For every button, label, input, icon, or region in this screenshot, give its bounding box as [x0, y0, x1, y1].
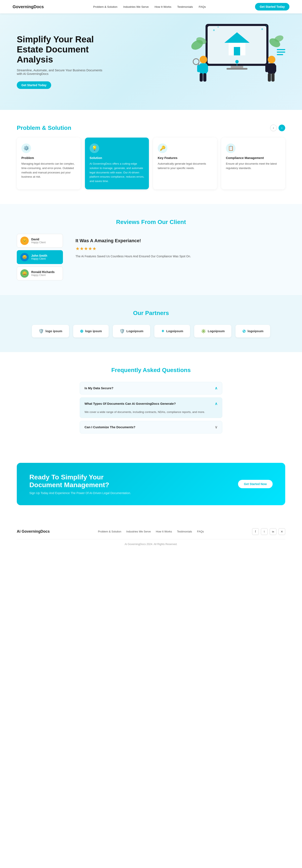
svg-point-30: [213, 29, 215, 31]
compliance-text: Ensure all your documents meet the lates…: [226, 162, 281, 170]
review-stars: ★★★★★: [76, 246, 281, 251]
client-info-ronald: Ronald Richards Happy Client: [31, 270, 55, 277]
features-text: Automatically generate legal documents t…: [158, 162, 212, 170]
client-info-john: John Smith Happy Client: [31, 254, 47, 260]
partner-icon-1: 🛡️: [38, 329, 44, 334]
compliance-card: 📋 Compliance Management Ensure all your …: [221, 137, 285, 189]
solution-title: Solution: [90, 156, 144, 160]
nav-cta-button[interactable]: Get Started Today: [255, 3, 290, 10]
hero-heading: Simplify Your Real Estate Document Analy…: [17, 34, 105, 65]
cta-subtext: Sign Up Today And Experience The Power O…: [29, 491, 131, 495]
partner-name-1: logo ipsum: [46, 329, 62, 333]
footer-link-industries[interactable]: Industries We Serve: [126, 530, 151, 533]
faq-question-1[interactable]: Is My Data Secure? ∧: [80, 382, 222, 394]
social-linkedin[interactable]: in: [270, 528, 276, 535]
footer-links: Problem & Solution Industries We Serve H…: [98, 530, 204, 533]
client-name-john: John Smith: [31, 254, 47, 257]
ps-navigation: ‹ ›: [270, 125, 285, 131]
faq-list: Is My Data Secure? ∧ What Types Of Docum…: [80, 382, 222, 433]
cta-section: Ready To Simplify Your Document Manageme…: [0, 448, 302, 520]
faq-question-text-1: Is My Data Secure?: [85, 386, 114, 390]
hero-illustration: [185, 18, 290, 94]
partners-title: Our Partners: [17, 310, 285, 316]
features-title: Key Features: [158, 156, 212, 160]
faq-question-2[interactable]: What Types Of Documents Can Ai Governing…: [80, 398, 222, 410]
features-card: 🔑 Key Features Automatically generate le…: [153, 137, 217, 189]
svg-rect-13: [200, 73, 203, 82]
footer-link-faqs[interactable]: FAQs: [197, 530, 204, 533]
partner-logo-2: ⊕ logo ipsum: [73, 325, 109, 337]
client-name-ronald: Ronald Richards: [31, 270, 55, 274]
client-role-ronald: Happy Client: [31, 274, 55, 277]
partners-grid: 🛡️ logo ipsum ⊕ logo ipsum 🛡️ Logoipsum …: [17, 325, 285, 337]
features-icon: 🔑: [158, 144, 168, 153]
svg-rect-11: [197, 65, 200, 72]
social-twitter[interactable]: t: [261, 528, 268, 535]
nav-link-testimonials[interactable]: Testimonials: [177, 5, 193, 8]
client-role-david: Happy Client: [31, 241, 46, 244]
nav-links: Problem & Solution Industries We Serve H…: [93, 5, 206, 8]
svg-rect-19: [265, 65, 268, 72]
partner-icon-6: ⊘: [242, 329, 246, 334]
faq-item-3: Can I Customize The Documents? ∨: [80, 421, 222, 433]
svg-point-33: [266, 25, 267, 27]
nav-link-how[interactable]: How It Works: [155, 5, 171, 8]
cta-button[interactable]: Get Started Now: [238, 480, 273, 488]
partner-name-2: logo ipsum: [85, 329, 102, 333]
partner-icon-4: ✦: [161, 329, 164, 334]
reviews-section: Reviews From Our Client 😊 David Happy Cl…: [0, 204, 302, 295]
client-item-ronald[interactable]: 😀 Ronald Richards Happy Client: [17, 267, 63, 280]
client-item-john[interactable]: 😄 John Smith Happy Client: [17, 250, 63, 264]
svg-rect-23: [277, 49, 285, 50]
faq-arrow-1: ∧: [215, 386, 217, 391]
svg-rect-25: [277, 54, 283, 55]
svg-rect-24: [277, 52, 285, 53]
client-item-david[interactable]: 😊 David Happy Client: [17, 234, 63, 248]
partner-icon-3: 🛡️: [120, 329, 125, 334]
nav-link-faqs[interactable]: FAQs: [199, 5, 206, 8]
svg-rect-22: [271, 73, 274, 82]
hero-cta-button[interactable]: Get Started Today: [17, 81, 51, 89]
ps-prev-button[interactable]: ‹: [270, 125, 277, 131]
partner-logo-3: 🛡️ Logoipsum: [113, 325, 150, 337]
footer-top: Ai GoverningDocs Problem & Solution Indu…: [17, 528, 285, 539]
solution-card: 💡 Solution Ai GoverningDocs offers a cut…: [85, 137, 149, 189]
client-list: 😊 David Happy Client 😄 John Smith Happy …: [17, 234, 63, 280]
compliance-title: Compliance Management: [226, 156, 281, 160]
partner-logo-4: ✦ Logoipsum: [154, 325, 190, 337]
client-avatar-ronald: 😀: [20, 269, 29, 278]
faq-section: Frequently Asked Questions Is My Data Se…: [0, 352, 302, 448]
social-facebook[interactable]: f: [252, 528, 259, 535]
client-info-david: David Happy Client: [31, 238, 46, 244]
partner-icon-2: ⊕: [80, 329, 84, 334]
footer: Ai GoverningDocs Problem & Solution Indu…: [0, 520, 302, 550]
social-x[interactable]: ✕: [278, 528, 285, 535]
svg-point-17: [268, 56, 275, 63]
faq-question-3[interactable]: Can I Customize The Documents? ∨: [80, 421, 222, 433]
svg-point-15: [193, 59, 199, 65]
svg-point-5: [235, 60, 239, 63]
client-avatar-david: 😊: [20, 237, 29, 245]
client-name-david: David: [31, 238, 46, 241]
nav-link-industries[interactable]: Industries We Serve: [123, 5, 149, 8]
partner-name-3: Logoipsum: [126, 329, 144, 333]
problem-solution-section: Problem & Solution ‹ › ⚙️ Problem Managi…: [0, 110, 302, 204]
ps-next-button[interactable]: ›: [278, 125, 285, 131]
footer-link-testimonials[interactable]: Testimonials: [177, 530, 192, 533]
solution-icon: 💡: [90, 144, 99, 153]
footer-logo: Ai GoverningDocs: [17, 529, 50, 534]
client-role-john: Happy Client: [31, 257, 47, 260]
compliance-icon: 📋: [226, 144, 236, 153]
footer-link-problem[interactable]: Problem & Solution: [98, 530, 121, 533]
footer-link-how[interactable]: How It Works: [156, 530, 172, 533]
cta-box: Ready To Simplify Your Document Manageme…: [17, 463, 285, 505]
svg-rect-8: [227, 68, 247, 70]
faq-question-text-3: Can I Customize The Documents?: [85, 425, 135, 429]
problem-text: Managing legal documents can be complex,…: [21, 162, 76, 179]
nav-link-problem[interactable]: Problem & Solution: [93, 5, 117, 8]
faq-arrow-3: ∨: [215, 425, 217, 430]
partner-name-5: Logoipsum: [208, 329, 225, 333]
partner-name-4: Logoipsum: [166, 329, 183, 333]
hero-subtext: Streamline, Automate, and Secure Your Bu…: [17, 68, 105, 75]
cta-text: Ready To Simplify Your Document Manageme…: [29, 473, 131, 495]
